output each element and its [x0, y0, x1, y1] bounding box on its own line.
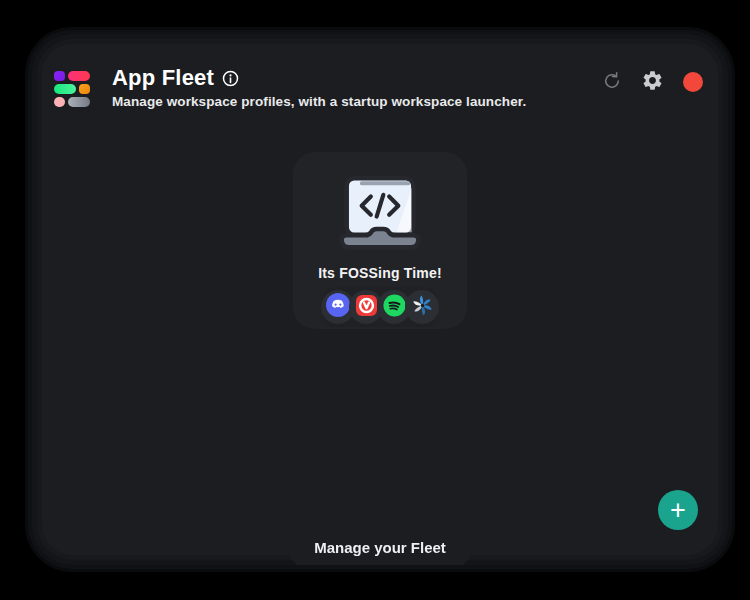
- desktop-background: App Fleet Manage workspace profiles, wit…: [0, 0, 750, 600]
- header-actions: [602, 70, 703, 94]
- logo-pink-block: [68, 71, 90, 81]
- logo-orange-block: [79, 84, 90, 94]
- logo-rose-block: [54, 97, 65, 107]
- app-well: [405, 290, 439, 324]
- logo-purple-block: [54, 71, 65, 81]
- refresh-button[interactable]: [602, 71, 622, 94]
- app-subtitle: Manage workspace profiles, with a startu…: [112, 94, 526, 109]
- gear-icon: [641, 69, 664, 95]
- shutter-icon: [412, 295, 433, 320]
- header-titles: App Fleet Manage workspace profiles, wit…: [112, 65, 526, 109]
- vivaldi-icon: [355, 294, 378, 321]
- logo-green-block: [54, 84, 76, 94]
- refresh-icon: [602, 71, 622, 94]
- workspace-card[interactable]: Its FOSSing Time!: [293, 152, 467, 329]
- info-icon[interactable]: [222, 70, 239, 87]
- discord-icon: [326, 293, 350, 321]
- settings-button[interactable]: [641, 69, 664, 95]
- spotify-icon: [383, 294, 406, 321]
- app-fleet-logo: [54, 71, 90, 107]
- workspace-name: Its FOSSing Time!: [318, 265, 442, 281]
- laptop-code-illustration: [330, 174, 430, 258]
- record-button[interactable]: [683, 72, 703, 92]
- logo-gray-block: [68, 97, 90, 107]
- workspace-apps-row: [322, 287, 438, 327]
- app-title: App Fleet: [112, 65, 214, 91]
- add-workspace-button[interactable]: +: [658, 490, 698, 530]
- manage-fleet-tab[interactable]: Manage your Fleet: [272, 537, 488, 565]
- app-fleet-window: App Fleet Manage workspace profiles, wit…: [42, 44, 718, 555]
